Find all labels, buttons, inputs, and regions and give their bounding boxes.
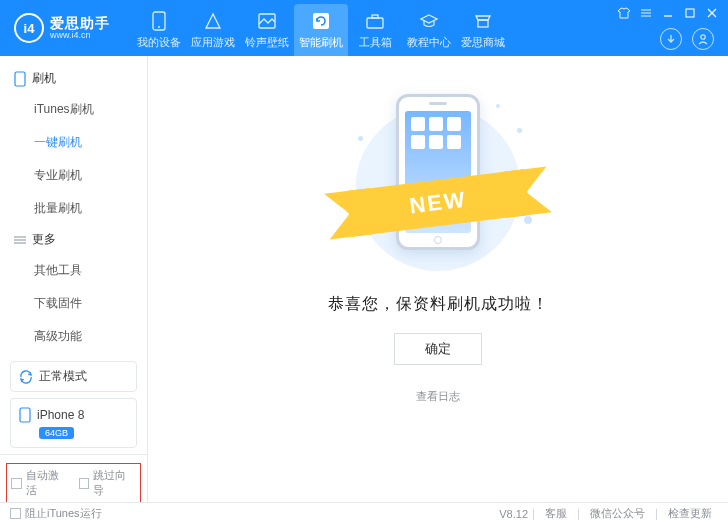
list-icon — [14, 235, 26, 245]
svg-rect-6 — [478, 20, 488, 27]
main-nav: 我的设备 应用游戏 铃声壁纸 智能刷机 工具箱 教程中心 爱思商城 — [132, 0, 510, 56]
nav-ringtone[interactable]: 铃声壁纸 — [240, 4, 294, 56]
device-capacity: 64GB — [39, 427, 74, 439]
sidebar-item-pro-flash[interactable]: 专业刷机 — [34, 159, 147, 192]
sidebar-section-more[interactable]: 更多 — [0, 225, 147, 254]
success-message: 恭喜您，保资料刷机成功啦！ — [328, 294, 549, 315]
sidebar-item-advanced[interactable]: 高级功能 — [34, 320, 147, 353]
graduation-icon — [419, 11, 439, 31]
checkbox-block-itunes[interactable]: 阻止iTunes运行 — [10, 506, 102, 521]
checkbox-icon — [79, 478, 90, 489]
checkbox-skip-guide[interactable]: 跳过向导 — [79, 468, 137, 498]
minimize-icon[interactable] — [660, 6, 676, 20]
nav-store[interactable]: 爱思商城 — [456, 4, 510, 56]
mode-label: 正常模式 — [39, 368, 87, 385]
store-icon — [473, 11, 493, 31]
view-log-link[interactable]: 查看日志 — [416, 389, 460, 404]
status-bar: 阻止iTunes运行 V8.12 ｜ 客服 ｜ 微信公众号 ｜ 检查更新 — [0, 502, 728, 524]
nav-smart-flash[interactable]: 智能刷机 — [294, 4, 348, 56]
logo-domain: www.i4.cn — [50, 31, 110, 40]
sidebar-item-itunes-flash[interactable]: iTunes刷机 — [34, 93, 147, 126]
logo-icon: i4 — [14, 13, 44, 43]
close-icon[interactable] — [704, 6, 720, 20]
refresh-icon — [312, 11, 330, 31]
checkbox-auto-activate[interactable]: 自动激活 — [11, 468, 69, 498]
content-area: NEW 恭喜您，保资料刷机成功啦！ 确定 查看日志 — [148, 56, 728, 502]
sidebar-item-download-fw[interactable]: 下载固件 — [34, 287, 147, 320]
sidebar-item-other-tools[interactable]: 其他工具 — [34, 254, 147, 287]
svg-rect-11 — [686, 9, 694, 17]
toolbox-icon — [365, 11, 385, 31]
checkbox-icon — [11, 478, 22, 489]
phone-small-icon — [14, 71, 26, 87]
mode-indicator[interactable]: 正常模式 — [10, 361, 137, 392]
logo-name: 爱思助手 — [50, 16, 110, 31]
svg-rect-5 — [372, 15, 378, 18]
svg-rect-15 — [15, 72, 25, 86]
download-icon[interactable] — [660, 28, 682, 50]
footer-link-update[interactable]: 检查更新 — [668, 506, 712, 521]
sidebar: 刷机 iTunes刷机 一键刷机 专业刷机 批量刷机 更多 其他工具 下载固件 … — [0, 56, 148, 502]
tshirt-icon[interactable] — [616, 6, 632, 20]
svg-point-1 — [158, 26, 160, 28]
svg-point-14 — [701, 35, 705, 39]
device-card[interactable]: iPhone 8 64GB — [10, 398, 137, 448]
nav-apps[interactable]: 应用游戏 — [186, 4, 240, 56]
sync-icon — [19, 370, 33, 384]
user-icon[interactable] — [692, 28, 714, 50]
svg-rect-3 — [313, 13, 329, 29]
app-header: i4 爱思助手 www.i4.cn 我的设备 应用游戏 铃声壁纸 智能刷机 工具… — [0, 0, 728, 56]
svg-rect-4 — [367, 18, 383, 28]
svg-rect-19 — [20, 408, 30, 422]
phone-icon — [152, 11, 166, 31]
ok-button[interactable]: 确定 — [394, 333, 482, 365]
success-illustration: NEW — [328, 86, 548, 276]
menu-icon[interactable] — [638, 6, 654, 20]
device-name: iPhone 8 — [37, 408, 84, 422]
maximize-icon[interactable] — [682, 6, 698, 20]
window-controls — [616, 6, 720, 20]
footer-link-support[interactable]: 客服 — [545, 506, 567, 521]
nav-my-device[interactable]: 我的设备 — [132, 4, 186, 56]
sidebar-item-onekey-flash[interactable]: 一键刷机 — [34, 126, 147, 159]
wallpaper-icon — [258, 11, 276, 31]
footer-link-wechat[interactable]: 微信公众号 — [590, 506, 645, 521]
logo: i4 爱思助手 www.i4.cn — [14, 13, 110, 43]
version-label: V8.12 — [499, 508, 528, 520]
device-phone-icon — [19, 407, 31, 423]
activation-options: 自动激活 跳过向导 — [6, 463, 141, 503]
nav-toolbox[interactable]: 工具箱 — [348, 4, 402, 56]
apps-icon — [203, 11, 223, 31]
checkbox-icon — [10, 508, 21, 519]
sidebar-section-flash[interactable]: 刷机 — [0, 64, 147, 93]
nav-tutorial[interactable]: 教程中心 — [402, 4, 456, 56]
sidebar-item-batch-flash[interactable]: 批量刷机 — [34, 192, 147, 225]
